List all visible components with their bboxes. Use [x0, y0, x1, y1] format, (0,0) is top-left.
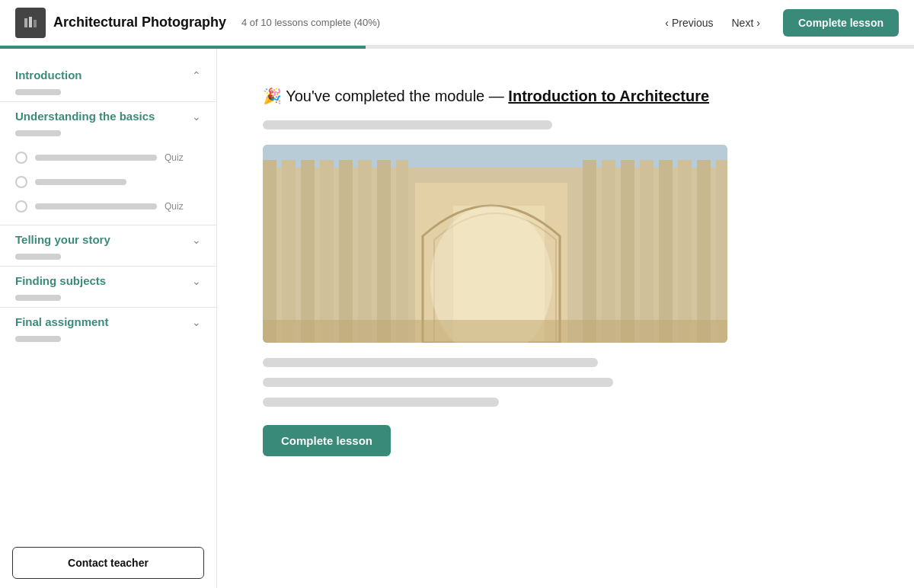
svg-rect-13: [377, 160, 391, 343]
svg-rect-15: [583, 160, 596, 343]
sidebar-section-story-header[interactable]: Telling your story ⌄: [0, 225, 216, 254]
quiz-badge: Quiz: [165, 201, 184, 212]
sidebar-section-subjects: Finding subjects ⌄: [0, 267, 216, 301]
sidebar-section-final-header[interactable]: Final assignment ⌄: [0, 308, 216, 336]
app-header: Architectural Photography 4 of 10 lesson…: [0, 0, 914, 46]
svg-rect-9: [301, 160, 315, 343]
logo-icon: [15, 8, 46, 38]
sidebar-section-story: Telling your story ⌄: [0, 225, 216, 260]
sidebar-section-final-title: Final assignment: [15, 315, 109, 328]
module-link[interactable]: Introduction to Architecture: [508, 88, 709, 104]
item-label-bar: [35, 203, 157, 209]
chevron-right-icon: ›: [756, 17, 760, 29]
next-button[interactable]: Next ›: [724, 12, 768, 34]
radio-icon: [15, 176, 27, 188]
chevron-down-icon: ⌄: [192, 275, 201, 287]
course-title: Architectural Photography: [53, 14, 226, 30]
complete-lesson-main-button[interactable]: Complete lesson: [263, 425, 391, 456]
list-item[interactable]: Quiz: [0, 145, 216, 170]
sidebar-section-introduction: Introduction ⌃: [0, 61, 216, 95]
svg-rect-11: [339, 160, 353, 343]
sidebar-section-story-title: Telling your story: [15, 233, 110, 246]
contact-teacher-button[interactable]: Contact teacher: [12, 547, 204, 579]
list-item[interactable]: [0, 170, 216, 194]
svg-rect-22: [716, 160, 727, 343]
item-label-bar: [35, 155, 157, 161]
sidebar-section-basics-title: Understanding the basics: [15, 110, 155, 123]
sidebar-section-final: Final assignment ⌄: [0, 308, 216, 342]
sidebar-section-subjects-title: Finding subjects: [15, 274, 106, 287]
course-logo: Architectural Photography: [15, 8, 226, 38]
svg-rect-12: [358, 160, 372, 343]
sidebar-section-introduction-title: Introduction: [15, 69, 81, 81]
story-subtitle-bar: [15, 254, 61, 260]
svg-rect-1: [29, 17, 32, 27]
subjects-subtitle-bar: [15, 295, 61, 301]
sidebar-navigation: Introduction ⌃ Understanding the basics …: [0, 49, 216, 538]
radio-icon: [15, 152, 27, 164]
content-placeholder: [263, 120, 552, 129]
chevron-left-icon: ‹: [665, 17, 669, 29]
module-image-inner: [263, 145, 727, 343]
content-placeholder: [263, 378, 613, 387]
list-item[interactable]: Quiz: [0, 194, 216, 219]
main-content: 🎉 You've completed the module — Introduc…: [217, 49, 914, 588]
chevron-down-icon: ⌄: [192, 234, 201, 246]
svg-rect-2: [34, 20, 37, 27]
svg-rect-7: [263, 160, 276, 343]
svg-rect-16: [602, 160, 615, 343]
content-body: [263, 358, 868, 407]
content-placeholder: [263, 358, 598, 367]
module-image: [263, 145, 727, 343]
completion-text: You've completed the module —: [286, 88, 504, 104]
svg-rect-8: [282, 160, 296, 343]
final-subtitle-bar: [15, 336, 61, 342]
svg-rect-18: [640, 160, 654, 343]
chevron-down-icon: ⌄: [192, 316, 201, 328]
complete-lesson-header-button[interactable]: Complete lesson: [783, 9, 899, 37]
item-label-bar: [35, 179, 126, 185]
radio-icon: [15, 200, 27, 213]
basics-subtitle-bar: [15, 130, 61, 136]
sidebar-section-subjects-header[interactable]: Finding subjects ⌄: [0, 267, 216, 295]
svg-rect-21: [697, 160, 711, 343]
chevron-up-icon: ⌃: [192, 69, 201, 81]
sidebar-section-introduction-header[interactable]: Introduction ⌃: [0, 61, 216, 89]
previous-button[interactable]: ‹ Previous: [657, 12, 721, 34]
svg-rect-10: [320, 160, 334, 343]
chevron-down-icon: ⌄: [192, 110, 201, 123]
svg-rect-20: [678, 160, 692, 343]
svg-rect-14: [396, 160, 408, 343]
introduction-subtitle-bar: [15, 89, 61, 95]
sidebar-section-basics-header[interactable]: Understanding the basics ⌄: [0, 102, 216, 130]
basics-items: Quiz Quiz: [0, 142, 216, 225]
svg-rect-0: [24, 18, 27, 27]
content-placeholder: [263, 398, 499, 407]
svg-rect-19: [659, 160, 673, 343]
svg-rect-24: [263, 320, 727, 343]
completion-emoji: 🎉: [263, 88, 282, 104]
main-layout: Introduction ⌃ Understanding the basics …: [0, 49, 914, 588]
quiz-badge: Quiz: [165, 152, 184, 163]
progress-text: 4 of 10 lessons complete (40%): [241, 17, 380, 28]
sidebar: Introduction ⌃ Understanding the basics …: [0, 49, 217, 588]
svg-rect-17: [621, 160, 634, 343]
completion-message: 🎉 You've completed the module — Introduc…: [263, 87, 868, 105]
sidebar-section-basics: Understanding the basics ⌄ Quiz: [0, 102, 216, 225]
lesson-navigation: ‹ Previous Next › Complete lesson: [657, 9, 899, 37]
